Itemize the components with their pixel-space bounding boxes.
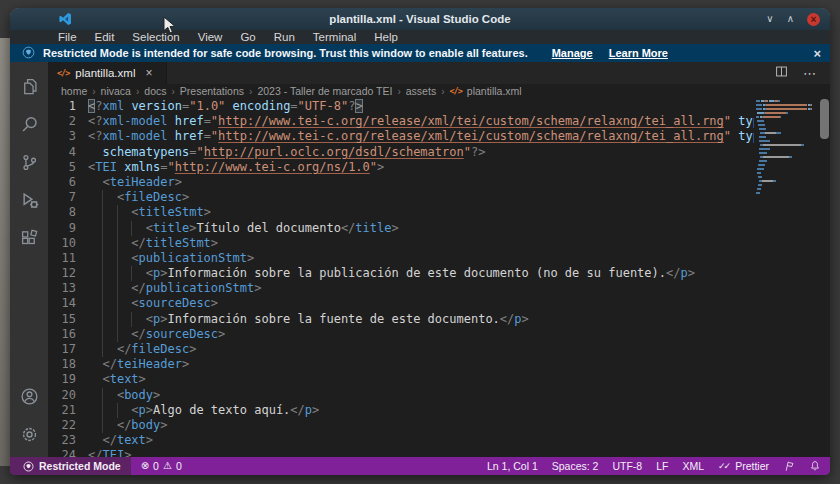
banner-link-learn-more[interactable]: Learn More xyxy=(609,47,668,59)
source-control-icon xyxy=(20,153,39,172)
shield-small-icon xyxy=(23,461,34,472)
extensions-icon xyxy=(20,229,39,248)
maximize-button[interactable]: ∧ xyxy=(787,14,794,24)
code-line[interactable]: 6 <teiHeader> xyxy=(48,175,754,190)
indent-guide xyxy=(117,221,118,236)
activity-source-control-button[interactable] xyxy=(10,143,48,181)
tab-plantilla.xml[interactable]: </>plantilla.xml× xyxy=(48,62,167,84)
breadcrumb-item[interactable]: assets xyxy=(406,85,436,97)
code-line[interactable]: 17 </fileDesc> xyxy=(48,342,754,357)
code-line[interactable]: 8 <titleStmt> xyxy=(48,205,754,220)
menu-item-help[interactable]: Help xyxy=(365,30,407,44)
indent-guide xyxy=(102,312,103,327)
code-line[interactable]: 3<?xml-model href="http://www.tei-c.org/… xyxy=(48,129,754,144)
code-line[interactable]: 1<?xml version="1.0" encoding="UTF-8"?> xyxy=(48,99,754,114)
code-editor[interactable]: 1<?xml version="1.0" encoding="UTF-8"?>2… xyxy=(48,98,830,457)
status-language-mode-label: XML xyxy=(682,460,704,472)
menu-item-view[interactable]: View xyxy=(189,30,232,44)
shield-icon xyxy=(22,46,35,61)
activity-settings-button[interactable] xyxy=(10,415,48,453)
minimize-button[interactable]: ∨ xyxy=(766,14,773,24)
status-flag[interactable] xyxy=(783,460,795,472)
close-icon[interactable]: × xyxy=(145,66,152,80)
code-line[interactable]: 12 <p>Información sobre la publicación d… xyxy=(48,266,754,281)
code-line-content: <p>Algo de texto aquí.</p> xyxy=(76,403,754,418)
restricted-mode-status[interactable]: Restricted Mode xyxy=(10,457,131,475)
status-formatter[interactable]: ✓✓Prettier xyxy=(718,460,769,472)
breadcrumb-item[interactable]: plantilla.xml xyxy=(467,85,522,97)
code-line[interactable]: 5<TEI xmlns="http://www.tei-c.org/ns/1.0… xyxy=(48,160,754,175)
code-line[interactable]: 13 </publicationStmt> xyxy=(48,281,754,296)
vscode-logo-icon xyxy=(58,12,72,26)
code-line[interactable]: 19 <text> xyxy=(48,372,754,387)
minimap-line xyxy=(756,100,818,102)
code-line[interactable]: 23 </text> xyxy=(48,433,754,448)
code-line[interactable]: 9 <title>Título del documento</title> xyxy=(48,221,754,236)
line-number: 5 xyxy=(48,160,76,175)
breadcrumb-item[interactable]: docs xyxy=(144,85,166,97)
code-line[interactable]: 14 <sourceDesc> xyxy=(48,296,754,311)
status-language-mode[interactable]: XML xyxy=(682,460,704,472)
menu-item-file[interactable]: File xyxy=(49,30,86,44)
activity-search-button[interactable] xyxy=(10,105,48,143)
status-notifications[interactable] xyxy=(809,460,821,472)
breadcrumb-item[interactable]: nivaca xyxy=(101,85,131,97)
line-number: 12 xyxy=(48,266,76,281)
code-line[interactable]: 21 <p>Algo de texto aquí.</p> xyxy=(48,403,754,418)
code-line[interactable]: 22 </body> xyxy=(48,418,754,433)
banner-link-manage[interactable]: Manage xyxy=(552,47,593,59)
menu-item-selection[interactable]: Selection xyxy=(123,30,188,44)
code-line-content: </fileDesc> xyxy=(76,342,754,357)
code-line[interactable]: 10 </titleStmt> xyxy=(48,236,754,251)
indent-guide xyxy=(102,236,103,251)
code-line[interactable]: 4 schematypens="http://purl.oclc.org/dsd… xyxy=(48,145,754,160)
activity-run-and-debug-button[interactable] xyxy=(10,181,48,219)
status-indentation[interactable]: Spaces: 2 xyxy=(552,460,599,472)
breadcrumb-item[interactable]: Presentations xyxy=(180,85,244,97)
code-line[interactable]: 20 <body> xyxy=(48,388,754,403)
titlebar[interactable]: plantilla.xml - Visual Studio Code ∨∧× xyxy=(10,8,830,30)
close-button[interactable]: × xyxy=(807,13,820,26)
status-encoding[interactable]: UTF-8 xyxy=(612,460,642,472)
breadcrumb-separator: › xyxy=(136,86,139,97)
activity-accounts-button[interactable] xyxy=(10,377,48,415)
indent-guide xyxy=(117,236,118,251)
minimap-line xyxy=(756,164,818,166)
code-line[interactable]: 18 </teiHeader> xyxy=(48,357,754,372)
indent-guide xyxy=(102,190,103,205)
code-line-content: <text> xyxy=(76,372,754,387)
breadcrumb-item[interactable]: home xyxy=(61,85,87,97)
line-number: 21 xyxy=(48,403,76,418)
activity-extensions-button[interactable] xyxy=(10,219,48,257)
minimap-line xyxy=(756,128,818,130)
code-line-content: </titleStmt> xyxy=(76,236,754,251)
breadcrumb-item[interactable]: 2023 - Taller de marcado TEI xyxy=(257,85,392,97)
close-icon[interactable]: × xyxy=(813,47,821,60)
code-line[interactable]: 24</TEI> xyxy=(48,448,754,457)
scrollbar-thumb[interactable] xyxy=(820,99,829,139)
menu-item-go[interactable]: Go xyxy=(231,30,264,44)
minimap[interactable] xyxy=(756,100,818,196)
line-number: 17 xyxy=(48,342,76,357)
status-cursor-position[interactable]: Ln 1, Col 1 xyxy=(487,460,538,472)
code-line[interactable]: 2<?xml-model href="http://www.tei-c.org/… xyxy=(48,114,754,129)
restricted-mode-banner: Restricted Mode is intended for safe cod… xyxy=(10,44,830,62)
menu-item-terminal[interactable]: Terminal xyxy=(304,30,365,44)
code-line[interactable]: 11 <publicationStmt> xyxy=(48,251,754,266)
code-line[interactable]: 16 </sourceDesc> xyxy=(48,327,754,342)
problems-status[interactable]: ⊗0⚠0 xyxy=(131,460,192,472)
indent-guide xyxy=(131,266,132,281)
activity-explorer-button[interactable] xyxy=(10,67,48,105)
status-eol[interactable]: LF xyxy=(656,460,668,472)
line-number: 18 xyxy=(48,357,76,372)
line-number: 10 xyxy=(48,236,76,251)
error-icon: ⊗ xyxy=(141,461,149,471)
code-line[interactable]: 7 <fileDesc> xyxy=(48,190,754,205)
menu-item-run[interactable]: Run xyxy=(265,30,304,44)
split-editor-button[interactable] xyxy=(775,64,788,82)
code-line-content: <?xml-model href="http://www.tei-c.org/r… xyxy=(76,114,754,129)
menu-item-edit[interactable]: Edit xyxy=(86,30,124,44)
indent-guide xyxy=(102,281,103,296)
code-line[interactable]: 15 <p>Información sobre la fuente de est… xyxy=(48,312,754,327)
more-actions-button[interactable]: ⋯ xyxy=(803,64,816,82)
